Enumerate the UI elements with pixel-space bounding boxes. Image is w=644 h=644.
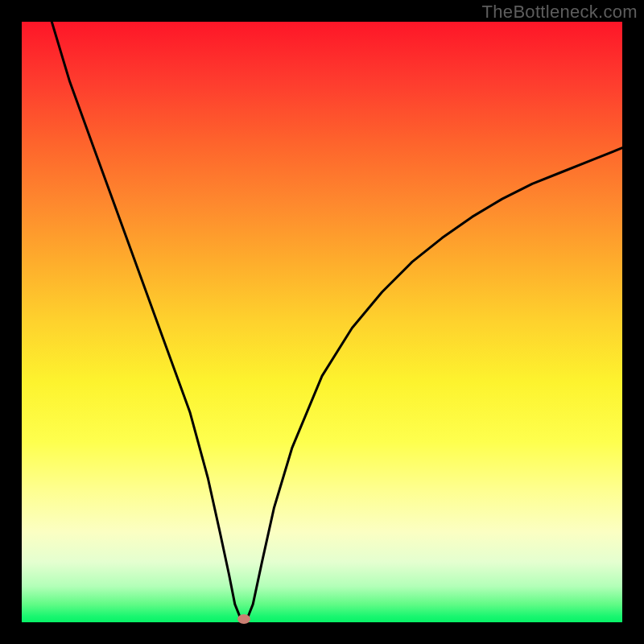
plot-area bbox=[22, 22, 622, 622]
chart-frame: TheBottleneck.com bbox=[0, 0, 644, 644]
optimum-marker bbox=[237, 614, 250, 624]
bottleneck-curve bbox=[52, 22, 622, 619]
curve-svg bbox=[22, 22, 622, 622]
watermark-text: TheBottleneck.com bbox=[482, 2, 638, 23]
